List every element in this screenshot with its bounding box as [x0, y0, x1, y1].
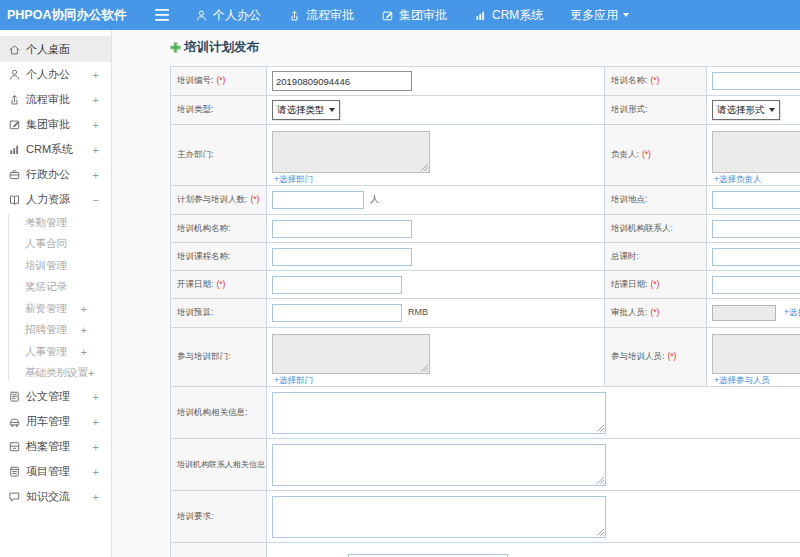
menu-icon[interactable]	[155, 9, 169, 21]
expand-toggle[interactable]: +	[81, 324, 87, 336]
training-form-select[interactable]: 请选择形式	[712, 100, 780, 120]
sidebar-item-project-mgmt[interactable]: 项目管理+	[0, 459, 111, 484]
host-dept-link[interactable]: +选择部门	[274, 174, 313, 184]
nav-item-more-apps[interactable]: 更多应用	[570, 7, 629, 24]
expand-toggle[interactable]: +	[93, 69, 99, 81]
training-type-select[interactable]: 请选择类型	[272, 100, 340, 120]
expand-toggle[interactable]: +	[93, 144, 99, 156]
form-row: 培训机构相关信息:	[171, 387, 800, 439]
training-name-label: 培训名称:	[611, 75, 647, 85]
expand-toggle[interactable]: +	[93, 441, 99, 453]
sidebar-item-admin-office[interactable]: 行政办公+	[0, 162, 111, 187]
start-date-input[interactable]	[272, 276, 402, 294]
org-info-label: 培训机构相关信息:	[177, 407, 247, 417]
sidebar-subitem-label: 基础类别设置	[25, 366, 88, 380]
end-date-label-cell: 结课日期:(*)	[605, 271, 707, 299]
plan-participants-input[interactable]	[272, 191, 364, 209]
sidebar-subitem-base-category-setting[interactable]: 基础类别设置+	[0, 363, 111, 385]
sidebar: 个人桌面个人办公+流程审批+集团审批+CRM系统+行政办公+人力资源−考勤管理人…	[0, 30, 112, 557]
total-hours-input[interactable]	[712, 248, 800, 266]
page-title: 培训计划发布	[184, 39, 259, 56]
approver-input[interactable]	[712, 305, 776, 321]
expand-toggle[interactable]: +	[88, 367, 94, 379]
required-marker: (*)	[650, 279, 659, 289]
approver-link[interactable]: +选择审批人员	[784, 307, 800, 317]
expand-toggle[interactable]: +	[93, 491, 99, 503]
sidebar-subitem-training-mgmt[interactable]: 培训管理	[0, 255, 111, 277]
sidebar-item-group-approval[interactable]: 集团审批+	[0, 112, 111, 137]
form-row: 培训要求:	[171, 491, 800, 543]
leader-label-cell: 负责人:(*)	[605, 125, 707, 186]
sidebar-item-personal-office[interactable]: 个人办公+	[0, 62, 111, 87]
sidebar-item-label: 个人桌面	[26, 42, 70, 57]
training-name-input[interactable]	[712, 72, 800, 90]
nav-item-crm-system[interactable]: CRM系统	[474, 7, 543, 24]
leader-picker: +选择负责人	[712, 126, 800, 185]
sidebar-subitem-reward-punishment[interactable]: 奖惩记录	[0, 277, 111, 299]
org-info-textarea[interactable]	[272, 392, 606, 434]
leader-link[interactable]: +选择负责人	[714, 174, 761, 184]
training-form-value-cell: 请选择形式	[707, 96, 800, 125]
join-person-link[interactable]: +选择参与人员	[714, 375, 770, 385]
budget-label-cell: 培训预算:	[171, 299, 267, 328]
join-dept-textarea[interactable]	[272, 334, 430, 374]
chart-icon	[8, 143, 21, 156]
edit-icon	[8, 118, 21, 131]
training-form-label: 培训形式:	[611, 104, 647, 114]
app-window: PHPOA协同办公软件 个人办公流程审批集团审批CRM系统更多应用 个人桌面个人…	[0, 0, 800, 557]
sidebar-subitem-salary-mgmt[interactable]: 薪资管理+	[0, 298, 111, 320]
sidebar-item-workflow-approval[interactable]: 流程审批+	[0, 87, 111, 112]
nav-item-personal-office[interactable]: 个人办公	[195, 7, 261, 24]
budget-input[interactable]	[272, 304, 402, 322]
training-place-input[interactable]	[712, 191, 800, 209]
sidebar-subitem-personnel-mgmt[interactable]: 人事管理+	[0, 341, 111, 363]
join-dept-link[interactable]: +选择部门	[274, 375, 313, 385]
expand-toggle[interactable]: −	[93, 194, 99, 206]
sidebar-item-human-resources[interactable]: 人力资源−	[0, 187, 111, 212]
start-date-value-cell	[267, 271, 605, 299]
plan-participants-label: 计划参与培训人数:	[177, 194, 247, 204]
expand-toggle[interactable]: +	[93, 169, 99, 181]
sidebar-subitem-attendance-mgmt[interactable]: 考勤管理	[0, 212, 111, 234]
org-contact-label-cell: 培训机构联系人:	[605, 215, 707, 243]
org-contact-info-textarea[interactable]	[272, 444, 606, 486]
sidebar-item-crm-system[interactable]: CRM系统+	[0, 137, 111, 162]
sidebar-item-personal-desktop[interactable]: 个人桌面	[0, 36, 111, 62]
training-require-value-cell	[267, 491, 800, 543]
expand-toggle[interactable]: +	[81, 346, 87, 358]
form-row: 培训课程名称:总课时:	[171, 243, 800, 271]
budget-label: 培训预算:	[177, 307, 213, 317]
host-dept-textarea[interactable]	[272, 131, 430, 173]
sidebar-item-archive-mgmt[interactable]: 档案管理+	[0, 434, 111, 459]
end-date-input[interactable]	[712, 276, 800, 294]
sidebar-item-document-mgmt[interactable]: 公文管理+	[0, 384, 111, 409]
join-dept-picker: +选择部门	[272, 329, 604, 386]
org-name-input[interactable]	[272, 220, 412, 238]
expand-toggle[interactable]: +	[93, 416, 99, 428]
org-contact-input[interactable]	[712, 220, 800, 238]
training-no-input[interactable]	[272, 71, 412, 91]
required-marker: (*)	[650, 307, 659, 317]
course-name-input[interactable]	[272, 248, 412, 266]
attachment-input[interactable]	[348, 554, 508, 557]
select-caret-icon	[329, 108, 335, 112]
leader-textarea[interactable]	[712, 131, 800, 173]
plan-participants-label-cell: 计划参与培训人数:(*)	[171, 186, 267, 215]
end-date-label: 结课日期:	[611, 279, 647, 289]
form-row: 培训机构联系人相关信息:	[171, 439, 800, 491]
nav-item-workflow-approval[interactable]: 流程审批	[288, 7, 354, 24]
nav-item-group-approval[interactable]: 集团审批	[381, 7, 447, 24]
sidebar-item-vehicle-mgmt[interactable]: 用车管理+	[0, 409, 111, 434]
sidebar-subitem-recruit-mgmt[interactable]: 招聘管理+	[0, 320, 111, 342]
expand-toggle[interactable]: +	[81, 303, 87, 315]
training-no-label-cell: 培训编号:(*)	[171, 67, 267, 96]
plan-participants-value-cell: 人	[267, 186, 605, 215]
expand-toggle[interactable]: +	[93, 391, 99, 403]
sidebar-item-knowledge-exchange[interactable]: 知识交流+	[0, 484, 111, 509]
training-require-textarea[interactable]	[272, 496, 606, 538]
expand-toggle[interactable]: +	[93, 119, 99, 131]
join-person-textarea[interactable]	[712, 334, 800, 374]
expand-toggle[interactable]: +	[93, 94, 99, 106]
sidebar-subitem-hr-contract[interactable]: 人事合同	[0, 234, 111, 256]
expand-toggle[interactable]: +	[93, 466, 99, 478]
